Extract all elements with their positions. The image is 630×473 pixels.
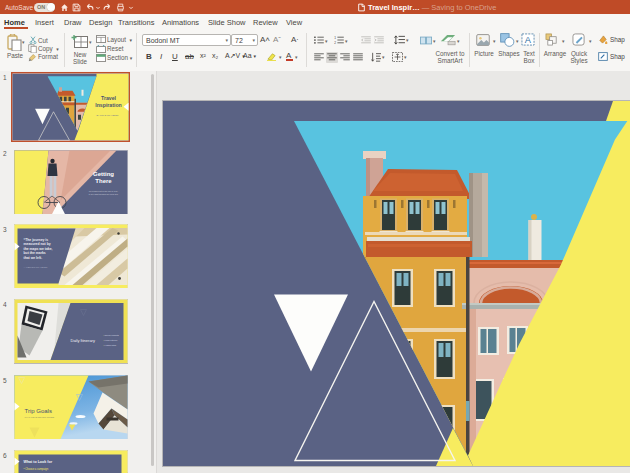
svg-text:BY ROAD TRAVELER: BY ROAD TRAVELER (96, 113, 118, 115)
svg-text:measured not by: measured not by (23, 242, 50, 246)
svg-text:to see what wonders we could f: to see what wonders we could find. (88, 192, 118, 194)
svg-text:but the marks: but the marks (23, 251, 45, 255)
svg-text:• Local eateries: • Local eateries (103, 339, 117, 341)
svg-text:that we left.: that we left. (23, 255, 42, 259)
svg-text:Daily Itinerary: Daily Itinerary (70, 338, 94, 343)
svg-text:Inspiration: Inspiration (95, 101, 122, 107)
svg-text:— FELLOW TRAVELER: — FELLOW TRAVELER (23, 265, 47, 267)
svg-text:• Choose a campaign: • Choose a campaign (23, 467, 48, 471)
svg-text:Travel: Travel (101, 95, 117, 101)
svg-text:2: 2 (334, 41, 336, 44)
svg-text:WHAT WE'VE SET OUT TO SEE: WHAT WE'VE SET OUT TO SEE (24, 416, 54, 418)
svg-text:“The journey is: “The journey is (23, 237, 48, 241)
svg-text:What to Look for: What to Look for (23, 460, 52, 464)
svg-text:• Historic sites: • Historic sites (103, 344, 116, 346)
svg-text:• Scenic lookouts: • Scenic lookouts (103, 334, 118, 336)
svg-text:A: A (525, 35, 532, 45)
svg-text:Trip Goals: Trip Goals (24, 407, 51, 413)
svg-text:the maps we take,: the maps we take, (23, 246, 52, 250)
svg-text:There: There (95, 177, 112, 183)
svg-text:1: 1 (334, 36, 336, 40)
svg-text:Getting: Getting (93, 170, 114, 176)
